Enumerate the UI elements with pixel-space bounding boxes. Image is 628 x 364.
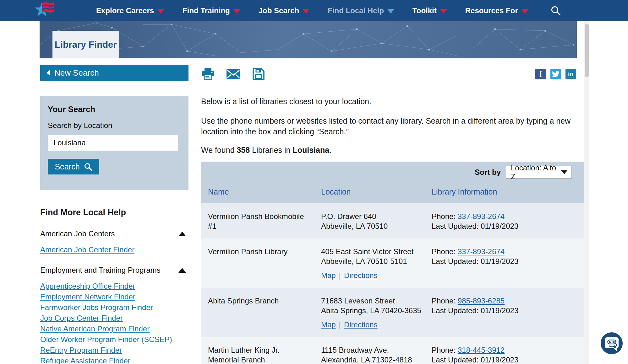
accordion-employment-and-training-programs[interactable]: Employment and Training Programs	[40, 266, 188, 275]
chevron-down-icon	[303, 9, 309, 13]
scrollbar-thumb[interactable]	[585, 24, 589, 77]
nav-item-label: Find Local Help	[328, 6, 384, 15]
email-icon[interactable]	[226, 69, 241, 79]
results-table: Sort by Location: A to Z Name Location L…	[201, 162, 584, 364]
sidebar-link-american-job-center-finder[interactable]: American Job Center Finder	[40, 245, 134, 254]
sidebar-link-refugee-assistance-finder[interactable]: Refugee Assistance Finder	[40, 356, 130, 364]
sidebar-link-native-american-program-finder[interactable]: Native American Program Finder	[40, 324, 150, 333]
twitter-bird	[552, 71, 560, 77]
table-row: Martin Luther King Jr. Memorial Branch11…	[201, 337, 584, 364]
sort-dropdown[interactable]: Location: A to Z	[506, 166, 572, 179]
sidebar-link-reentry-program-finder[interactable]: ReEntry Program Finder	[40, 346, 122, 354]
nav-item-toolkit[interactable]: Toolkit	[412, 6, 447, 15]
phone-label: Phone:	[432, 297, 458, 305]
facebook-icon[interactable]: f	[535, 69, 546, 79]
nav-item-explore-careers[interactable]: Explore Careers	[96, 6, 164, 15]
linkedin-glyph: in	[568, 71, 574, 78]
cell-library-information: Phone: 318-445-3912Last Updated: 01/19/2…	[432, 345, 584, 364]
table-row: Vermilion Parish Bookmobile #1P.O. Drawe…	[201, 203, 584, 238]
nav-item-job-search[interactable]: Job Search	[259, 6, 309, 15]
find-more-title: Find More Local Help	[40, 208, 188, 217]
accordion-label: Employment and Training Programs	[40, 266, 161, 275]
chevron-up-icon	[178, 232, 186, 236]
location-input[interactable]	[48, 135, 178, 151]
share-tools	[201, 67, 265, 81]
chevron-down-icon	[387, 9, 394, 13]
sidebar-link-apprenticeship-office-finder[interactable]: Apprenticeship Office Finder	[40, 282, 135, 290]
intro-line-1: Below is a list of libraries closest to …	[201, 97, 584, 106]
cell-location: P.O. Drawer 640Abbeville, LA 70510	[321, 211, 429, 231]
nav-item-resources-for[interactable]: Resources For	[465, 6, 528, 15]
search-icon	[84, 163, 92, 171]
nav-item-label: Job Search	[259, 6, 299, 15]
find-more-local-help: Find More Local Help American Job Center…	[40, 208, 188, 364]
search-button[interactable]: Search	[48, 159, 99, 174]
last-updated: Last Updated: 01/19/2023	[432, 306, 584, 315]
last-updated: Last Updated: 01/19/2023	[432, 355, 584, 364]
page-scrollbar[interactable]	[584, 21, 589, 364]
page-banner: Library Finder	[40, 21, 577, 58]
cell-library-information: Phone: 985-893-6285Last Updated: 01/19/2…	[432, 296, 584, 329]
map-link[interactable]: Map	[321, 271, 336, 280]
phone-link[interactable]: 337-893-2674	[458, 212, 505, 221]
toolbar: f in	[201, 66, 584, 86]
address-line: Abbeville, LA 70510-5101	[321, 256, 427, 266]
sidebar-link-older-worker-program-finder-scsep[interactable]: Older Worker Program Finder (SCSEP)	[40, 335, 172, 344]
nav-items: Explore CareersFind TrainingJob SearchFi…	[96, 6, 528, 15]
phone-link[interactable]: 337-893-2674	[458, 247, 505, 256]
directions-link[interactable]: Directions	[344, 320, 378, 329]
linkedin-icon[interactable]: in	[565, 69, 576, 79]
nav-item-label: Toolkit	[412, 6, 437, 15]
careeronestop-logo[interactable]	[33, 1, 55, 20]
table-row: Abita Springs Branch71683 Leveson Street…	[201, 288, 584, 337]
sort-by-label: Sort by	[475, 168, 501, 177]
sidebar-link-job-corps-center-finder[interactable]: Job Corps Center Finder	[40, 314, 123, 322]
col-header-library-information: Library Information	[432, 187, 584, 196]
last-updated: Last Updated: 01/19/2023	[432, 256, 584, 266]
phone-line: Phone: 318-445-3912	[432, 345, 584, 355]
chevron-up-icon	[178, 268, 186, 273]
address-line: Alexandria, LA 71302-4818	[321, 355, 427, 364]
twitter-icon[interactable]	[550, 69, 561, 79]
save-icon[interactable]	[252, 67, 265, 81]
phone-link[interactable]: 318-445-3912	[458, 346, 505, 354]
table-row: Vermilion Parish Library405 East Saint V…	[201, 238, 584, 288]
results-count-line: We found 358 Libraries in Louisiana.	[201, 146, 584, 155]
address-line: Abita Springs, LA 70420-3635	[321, 306, 427, 315]
sidebar-link-employment-network-finder[interactable]: Employment Network Finder	[40, 292, 135, 301]
print-icon[interactable]	[201, 67, 215, 81]
your-search-title: Your Search	[48, 104, 181, 114]
address-line: 71683 Leveson Street	[321, 296, 427, 306]
facebook-glyph: f	[539, 69, 542, 79]
address-line: Abbeville, LA 70510	[321, 221, 427, 231]
main-content: f in Below is a list of libraries closes…	[201, 66, 584, 364]
found-location: Louisiana	[292, 146, 329, 154]
phone-label: Phone:	[432, 212, 458, 221]
results-rows: Vermilion Parish Bookmobile #1P.O. Drawe…	[201, 203, 584, 364]
intro-line-2: Use the phone numbers or websites listed…	[201, 115, 573, 137]
nav-item-find-training[interactable]: Find Training	[183, 6, 240, 15]
link-separator: |	[339, 320, 341, 329]
col-header-location: Location	[321, 187, 432, 196]
column-headers: Name Location Library Information	[201, 187, 584, 196]
top-nav: Explore CareersFind TrainingJob SearchFi…	[0, 0, 628, 21]
sidebar-link-farmworker-jobs-program-finder[interactable]: Farmworker Jobs Program Finder	[40, 303, 153, 312]
cell-library-information: Phone: 337-893-2674Last Updated: 01/19/2…	[432, 247, 584, 280]
sidebar: New Search Your Search Search by Locatio…	[40, 65, 188, 364]
phone-line: Phone: 985-893-6285	[432, 296, 584, 306]
constellation-pattern	[40, 21, 577, 58]
your-search-panel: Your Search Search by Location Search	[40, 96, 188, 190]
map-link[interactable]: Map	[321, 320, 336, 329]
social-links: f in	[535, 69, 576, 79]
address-line: P.O. Drawer 640	[321, 211, 427, 221]
accordion-american-job-centers[interactable]: American Job Centers	[40, 229, 188, 238]
nav-item-find-local-help[interactable]: Find Local Help	[328, 6, 394, 15]
nav-search-icon[interactable]	[550, 5, 561, 16]
col-header-name: Name	[208, 187, 321, 196]
cell-library-name: Martin Luther King Jr. Memorial Branch	[208, 345, 321, 364]
chat-widget-button[interactable]	[600, 332, 623, 355]
chat-bot-icon	[600, 332, 623, 355]
directions-link[interactable]: Directions	[344, 271, 378, 280]
phone-link[interactable]: 985-893-6285	[458, 297, 505, 305]
new-search-button[interactable]: New Search	[40, 65, 188, 81]
